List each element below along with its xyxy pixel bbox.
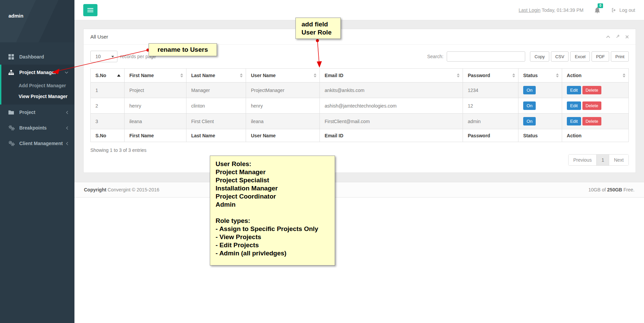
logout-button[interactable]: Log out bbox=[611, 7, 635, 13]
status-on-button[interactable]: On bbox=[523, 117, 536, 125]
cell-email: ashish@jamtechtechnologies.com bbox=[320, 98, 463, 114]
footer-col-email: Email ID bbox=[320, 129, 463, 142]
sidebar-item-view-project-manager[interactable]: View Project Manager bbox=[1, 91, 74, 102]
column-header-email[interactable]: Email ID bbox=[320, 69, 463, 83]
records-per-page-select[interactable]: 10 bbox=[90, 51, 117, 62]
cell-first-name: Project bbox=[125, 83, 186, 98]
table-row: 2 henry clinton henry ashish@jamtechtech… bbox=[91, 98, 629, 114]
last-login-text: Last Login Today, 01:34:39 PM bbox=[519, 7, 584, 13]
cell-action: EditDelete bbox=[562, 98, 628, 114]
sidebar-item-label: Client Management bbox=[19, 141, 66, 146]
close-panel-icon[interactable] bbox=[625, 34, 629, 39]
copy-button[interactable]: Copy bbox=[530, 51, 549, 62]
search-label: Search: bbox=[427, 54, 443, 59]
annotation-rename-note: rename to Users bbox=[149, 43, 217, 56]
column-header-sno[interactable]: S.No bbox=[91, 69, 125, 83]
sidebar-toggle-button[interactable] bbox=[83, 4, 97, 16]
cell-sno: 2 bbox=[91, 98, 125, 114]
sidebar: admin Dashboard Project Manager Add Proj… bbox=[0, 0, 74, 323]
copyright-text: Copyright Convergint © 2015-2016 bbox=[84, 187, 159, 192]
export-buttons: Copy CSV Excel PDF Print bbox=[530, 51, 629, 62]
logout-label: Log out bbox=[619, 7, 635, 13]
footer-col-user-name: User Name bbox=[246, 129, 320, 142]
sort-icon bbox=[512, 73, 515, 77]
status-on-button[interactable]: On bbox=[523, 86, 536, 94]
cell-status: On bbox=[518, 83, 562, 98]
cell-email: ankits@ankits.com bbox=[320, 83, 463, 98]
pagination: Previous 1 Next bbox=[568, 154, 629, 166]
excel-button[interactable]: Excel bbox=[570, 51, 590, 62]
sidebar-brand: admin bbox=[0, 0, 74, 42]
status-on-button[interactable]: On bbox=[523, 101, 536, 110]
table-row: 3 ileana First Client ileana FirstClient… bbox=[91, 114, 629, 129]
edit-button[interactable]: Edit bbox=[567, 101, 581, 110]
delete-button[interactable]: Delete bbox=[582, 101, 601, 110]
cell-status: On bbox=[518, 114, 562, 129]
last-login-link[interactable]: Last Login bbox=[519, 7, 541, 13]
sort-icon bbox=[623, 73, 625, 77]
table-header-row: S.No First Name Last Name User Name Emai… bbox=[91, 69, 629, 83]
notifications-button[interactable]: 0 bbox=[594, 6, 601, 14]
chevron-left-icon bbox=[66, 111, 68, 114]
sitemap-icon bbox=[8, 70, 15, 75]
column-header-status[interactable]: Status bbox=[518, 69, 562, 83]
records-per-page-value: 10 bbox=[95, 54, 101, 59]
collapse-panel-icon[interactable] bbox=[606, 34, 610, 39]
sidebar-group-project-manager: Project Manager Add Project Manager View… bbox=[0, 65, 74, 105]
cell-user-name: ProjectManager bbox=[246, 83, 320, 98]
cell-password: admin bbox=[463, 114, 518, 129]
cell-user-name: ileana bbox=[246, 114, 320, 129]
hamburger-icon bbox=[87, 8, 93, 9]
table-footer-row: S.No First Name Last Name User Name Emai… bbox=[91, 129, 629, 142]
topbar-right: Last Login Today, 01:34:39 PM 0 Log out bbox=[519, 0, 635, 20]
cell-first-name: henry bbox=[125, 98, 186, 114]
notification-count-badge: 0 bbox=[598, 3, 603, 8]
pagination-next[interactable]: Next bbox=[609, 155, 628, 165]
sidebar-item-project[interactable]: Project bbox=[0, 105, 74, 120]
cell-action: EditDelete bbox=[562, 83, 628, 98]
dashboard-icon bbox=[8, 54, 15, 60]
sidebar-item-dashboard[interactable]: Dashboard bbox=[0, 49, 74, 65]
gears-icon bbox=[8, 141, 15, 146]
pagination-previous[interactable]: Previous bbox=[569, 155, 596, 165]
sort-icon bbox=[240, 73, 243, 77]
wrench-icon[interactable] bbox=[616, 34, 620, 39]
cell-email: FirstClient@mail.com bbox=[320, 114, 463, 129]
sidebar-item-add-project-manager[interactable]: Add Project Manager bbox=[1, 80, 74, 91]
footer-col-password: Password bbox=[463, 129, 518, 142]
annotation-user-roles-note: User Roles: Project Manager Project Spec… bbox=[210, 156, 335, 266]
search-input[interactable] bbox=[447, 51, 525, 62]
logged-in-user: admin bbox=[8, 13, 23, 19]
print-button[interactable]: Print bbox=[611, 51, 629, 62]
column-header-user-name[interactable]: User Name bbox=[246, 69, 320, 83]
sidebar-item-project-manager[interactable]: Project Manager bbox=[1, 65, 74, 80]
pdf-button[interactable]: PDF bbox=[592, 51, 609, 62]
cell-action: EditDelete bbox=[562, 114, 628, 129]
sidebar-nav: Dashboard Project Manager Add Project Ma… bbox=[0, 42, 74, 151]
cell-user-name: henry bbox=[246, 98, 320, 114]
sidebar-item-client-management[interactable]: Client Management bbox=[0, 136, 74, 151]
edit-button[interactable]: Edit bbox=[567, 117, 581, 125]
sort-icon bbox=[314, 73, 316, 77]
cell-password: 12 bbox=[463, 98, 518, 114]
cell-first-name: ileana bbox=[125, 114, 186, 129]
column-header-action[interactable]: Action bbox=[562, 69, 628, 83]
delete-button[interactable]: Delete bbox=[582, 86, 601, 94]
footer-col-status: Status bbox=[518, 129, 562, 142]
column-header-last-name[interactable]: Last Name bbox=[186, 69, 246, 83]
last-login-value: Today, 01:34:39 PM bbox=[542, 7, 583, 13]
storage-text: 10GB of 250GB Free. bbox=[589, 187, 635, 192]
sort-icon bbox=[556, 73, 559, 77]
sidebar-item-breakpoints[interactable]: Breakpoints bbox=[0, 120, 74, 136]
cell-status: On bbox=[518, 98, 562, 114]
csv-button[interactable]: CSV bbox=[551, 51, 569, 62]
sort-asc-icon bbox=[117, 74, 120, 77]
pagination-page-1[interactable]: 1 bbox=[596, 155, 609, 165]
sidebar-item-label: Project bbox=[19, 110, 66, 115]
column-header-first-name[interactable]: First Name bbox=[125, 69, 186, 83]
sign-out-icon bbox=[611, 7, 617, 13]
table-row: 1 Project Manager ProjectManager ankits@… bbox=[91, 83, 629, 98]
delete-button[interactable]: Delete bbox=[582, 117, 601, 125]
column-header-password[interactable]: Password bbox=[463, 69, 518, 83]
edit-button[interactable]: Edit bbox=[567, 86, 581, 94]
